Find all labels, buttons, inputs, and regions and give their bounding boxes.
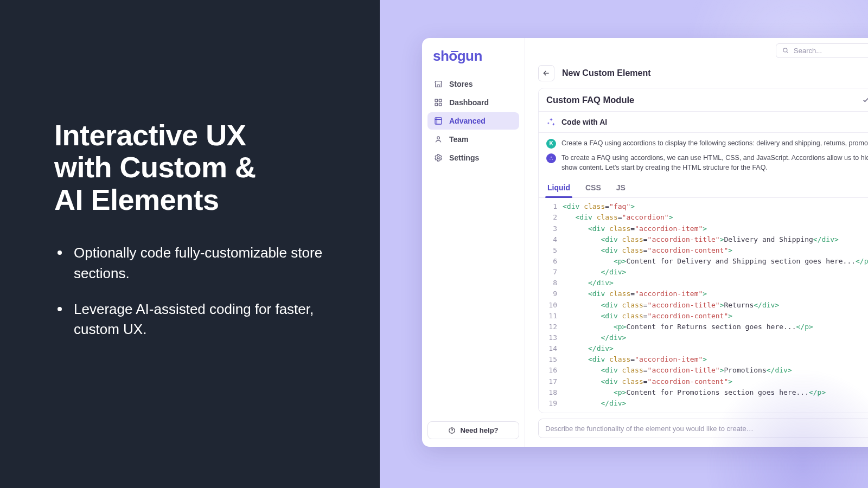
ai-prompt-input[interactable] (545, 425, 868, 433)
marketing-headline: Interactive UX with Custom & AI Elements (54, 119, 342, 216)
bullet-item: Leverage AI-assisted coding for faster, … (54, 299, 342, 340)
marketing-panel: Interactive UX with Custom & AI Elements… (0, 0, 380, 488)
chat-user-msg: Create a FAQ using accordions to display… (561, 138, 868, 148)
code-lines: <div class="faq"> <div class="accordion"… (563, 201, 868, 409)
svg-rect-4 (435, 118, 442, 124)
page-header: New Custom Element (525, 63, 868, 88)
sparkles-icon (546, 117, 556, 127)
sidebar-nav: Stores Dashboard Advanced (427, 75, 519, 166)
team-icon (434, 135, 443, 144)
need-help-label: Need help? (460, 426, 498, 434)
ai-prompt-row[interactable] (538, 419, 868, 438)
headline-line-1: Interactive UX (54, 119, 246, 151)
ai-avatar (546, 153, 556, 163)
svg-point-8 (452, 432, 452, 432)
main-area: New Custom Element (525, 38, 868, 447)
code-with-ai-row[interactable]: Code with AI (539, 112, 868, 133)
sidebar-item-advanced[interactable]: Advanced (427, 112, 519, 130)
tab-js[interactable]: JS (615, 178, 627, 197)
user-avatar: K (546, 139, 556, 149)
element-name-row (539, 88, 868, 112)
chat-ai-line: To create a FAQ using accordions, we can… (546, 153, 868, 172)
back-button[interactable] (538, 65, 554, 81)
search-field[interactable] (776, 43, 868, 58)
headline-line-3: AI Elements (54, 183, 219, 216)
advanced-icon (434, 117, 443, 125)
brand-macron-icon (451, 51, 458, 52)
confirm-name-button[interactable] (860, 94, 868, 106)
help-icon (448, 427, 456, 434)
sidebar-item-label: Dashboard (449, 98, 489, 107)
line-gutter: 1 2 3 4 5 6 7 8 9 10 11 12 13 14 15 16 1… (539, 201, 563, 409)
code-tabs: Liquid CSS JS (539, 178, 868, 198)
svg-point-6 (437, 157, 439, 159)
brand-name: shogun (433, 48, 482, 64)
stores-icon (434, 80, 443, 88)
bullet-item: Optionally code fully-customizable store… (54, 243, 342, 284)
page-title: New Custom Element (562, 68, 651, 78)
sidebar: shogun Stores Dashboard (422, 38, 525, 447)
sidebar-item-settings[interactable]: Settings (427, 149, 519, 166)
check-icon (861, 95, 869, 105)
element-name-input[interactable] (546, 95, 854, 105)
sidebar-item-stores[interactable]: Stores (427, 75, 519, 93)
app-window: shogun Stores Dashboard (422, 38, 868, 447)
sidebar-item-label: Stores (449, 80, 473, 88)
search-icon (782, 47, 789, 54)
settings-icon (434, 153, 443, 162)
sidebar-item-label: Advanced (449, 117, 486, 125)
tab-liquid[interactable]: Liquid (546, 178, 571, 197)
headline-line-2: with Custom & (54, 151, 256, 183)
svg-rect-1 (439, 99, 442, 102)
chat-ai-msg: To create a FAQ using accordions, we can… (561, 153, 868, 172)
sidebar-item-label: Team (449, 135, 469, 144)
dashboard-icon (434, 98, 443, 107)
sidebar-item-team[interactable]: Team (427, 131, 519, 148)
sidebar-item-dashboard[interactable]: Dashboard (427, 94, 519, 111)
svg-rect-0 (435, 99, 438, 102)
code-editor[interactable]: 1 2 3 4 5 6 7 8 9 10 11 12 13 14 15 16 1… (539, 198, 868, 413)
marketing-bullets: Optionally code fully-customizable store… (54, 243, 342, 340)
tab-css[interactable]: CSS (584, 178, 602, 197)
ai-chat: K Create a FAQ using accordions to displ… (539, 133, 868, 175)
code-with-ai-label: Code with AI (561, 118, 607, 126)
svg-point-5 (437, 137, 440, 139)
need-help-button[interactable]: Need help? (427, 421, 519, 439)
search-input[interactable] (794, 47, 868, 55)
svg-point-9 (783, 48, 787, 52)
svg-rect-3 (439, 103, 442, 106)
brand-logo[interactable]: shogun (427, 48, 519, 75)
svg-rect-2 (435, 103, 438, 106)
chat-user-line: K Create a FAQ using accordions to displ… (546, 138, 868, 149)
topbar (525, 38, 868, 63)
sidebar-item-label: Settings (449, 153, 479, 162)
editor-panel: Code with AI K Create a FAQ using accord… (538, 88, 868, 413)
arrow-left-icon (542, 69, 551, 78)
preview-backdrop: shogun Stores Dashboard (380, 0, 868, 488)
